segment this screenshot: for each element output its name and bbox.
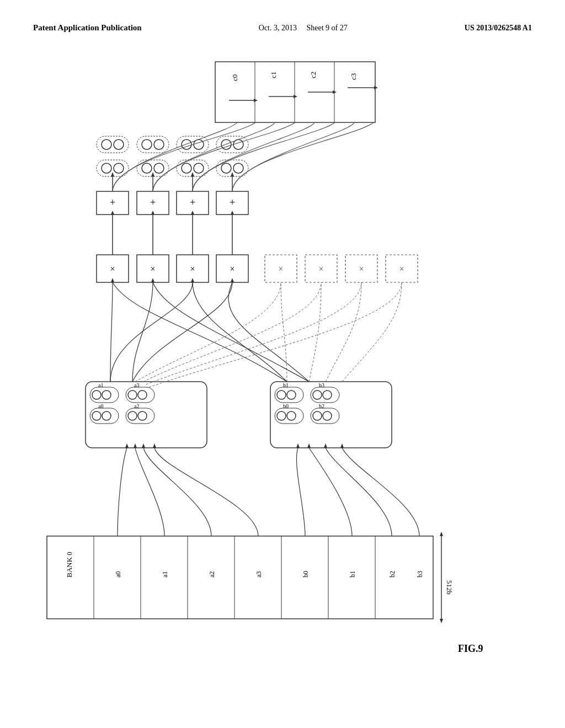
svg-point-38 — [221, 163, 231, 173]
svg-rect-89 — [90, 387, 119, 403]
svg-text:a2: a2 — [208, 571, 216, 577]
svg-point-90 — [92, 390, 101, 399]
svg-point-30 — [114, 163, 124, 173]
svg-text:a0: a0 — [114, 571, 122, 577]
svg-marker-75 — [151, 211, 154, 215]
svg-rect-85 — [126, 408, 154, 424]
svg-point-35 — [182, 163, 191, 173]
svg-marker-47 — [231, 172, 234, 176]
svg-text:b1: b1 — [349, 571, 356, 577]
svg-text:×: × — [318, 264, 323, 274]
svg-rect-0 — [215, 62, 375, 122]
svg-marker-146 — [231, 278, 234, 282]
svg-text:×: × — [190, 264, 195, 274]
diagram-area: c0 c1 c2 c3 — [0, 51, 565, 685]
svg-point-86 — [128, 411, 137, 420]
svg-marker-15 — [374, 86, 378, 89]
svg-marker-138 — [153, 443, 156, 448]
svg-text:a2: a2 — [134, 403, 139, 409]
svg-text:b2: b2 — [319, 403, 324, 409]
svg-text:a3: a3 — [255, 571, 263, 577]
svg-marker-137 — [142, 443, 145, 448]
svg-text:×: × — [359, 264, 364, 274]
svg-point-94 — [128, 390, 137, 399]
svg-point-36 — [194, 163, 204, 173]
svg-marker-145 — [191, 278, 194, 282]
svg-text:b3: b3 — [319, 382, 324, 388]
svg-marker-135 — [125, 443, 129, 448]
publication-date: Oct. 3, 2013 — [259, 24, 297, 32]
svg-text:b0: b0 — [283, 403, 289, 409]
patent-number: US 2013/0262548 A1 — [465, 22, 532, 34]
svg-text:c3: c3 — [349, 73, 358, 80]
svg-point-112 — [323, 390, 332, 399]
svg-marker-132 — [440, 532, 443, 536]
svg-marker-73 — [111, 211, 114, 215]
svg-marker-77 — [191, 211, 194, 215]
svg-point-107 — [277, 390, 286, 399]
svg-point-18 — [114, 140, 124, 149]
svg-rect-81 — [90, 408, 119, 424]
svg-rect-110 — [311, 387, 339, 403]
svg-point-29 — [102, 163, 111, 173]
svg-marker-141 — [324, 443, 327, 448]
svg-point-108 — [287, 390, 296, 399]
svg-marker-41 — [111, 172, 114, 176]
svg-text:b1: b1 — [283, 382, 289, 388]
sheet-number: Sheet 9 of 27 — [307, 24, 348, 32]
svg-point-91 — [102, 390, 111, 399]
svg-rect-106 — [275, 387, 303, 403]
patent-diagram-svg: c0 c1 c2 c3 — [0, 51, 565, 685]
svg-marker-139 — [296, 443, 300, 448]
svg-rect-102 — [311, 408, 339, 424]
svg-text:+: + — [110, 197, 115, 208]
svg-marker-144 — [151, 278, 154, 282]
svg-rect-98 — [275, 408, 303, 424]
svg-marker-142 — [340, 443, 344, 448]
svg-text:a3: a3 — [134, 382, 139, 388]
svg-point-99 — [277, 411, 286, 420]
svg-point-104 — [323, 411, 332, 420]
svg-point-82 — [92, 411, 101, 420]
fig-label: FIG.9 — [458, 643, 483, 654]
svg-marker-136 — [134, 443, 137, 448]
svg-text:+: + — [150, 197, 156, 208]
svg-text:×: × — [278, 264, 283, 274]
svg-text:×: × — [110, 264, 115, 274]
svg-text:b0: b0 — [302, 571, 310, 577]
header-date-sheet: Oct. 3, 2013 Sheet 9 of 27 — [259, 22, 348, 34]
svg-point-95 — [138, 390, 147, 399]
svg-text:b2: b2 — [388, 571, 396, 577]
svg-marker-45 — [191, 172, 194, 176]
svg-text:BANK 0: BANK 0 — [65, 552, 73, 578]
svg-point-33 — [154, 163, 164, 173]
svg-point-103 — [313, 411, 322, 420]
svg-text:c1: c1 — [269, 72, 278, 78]
svg-marker-140 — [307, 443, 311, 448]
svg-marker-9 — [254, 99, 258, 102]
svg-marker-11 — [294, 95, 297, 98]
svg-marker-143 — [111, 278, 114, 282]
svg-text:b3: b3 — [416, 571, 424, 577]
svg-text:a1: a1 — [161, 571, 169, 577]
svg-point-83 — [102, 411, 111, 420]
page-header: Patent Application Publication Oct. 3, 2… — [0, 0, 565, 45]
svg-point-17 — [102, 140, 111, 149]
svg-rect-93 — [126, 387, 154, 403]
svg-text:a1: a1 — [98, 382, 103, 388]
svg-point-20 — [142, 140, 152, 149]
svg-point-111 — [313, 390, 322, 399]
svg-text:a0: a0 — [98, 403, 103, 409]
svg-point-100 — [287, 411, 296, 420]
svg-point-32 — [142, 163, 152, 173]
svg-text:×: × — [230, 264, 234, 274]
svg-text:+: + — [230, 197, 235, 208]
svg-marker-79 — [231, 211, 234, 215]
svg-text:c0: c0 — [231, 74, 239, 81]
publication-title: Patent Application Publication — [33, 22, 142, 34]
svg-text:c2: c2 — [309, 72, 317, 78]
svg-marker-133 — [440, 619, 443, 623]
svg-text:×: × — [399, 264, 404, 274]
svg-point-21 — [154, 140, 164, 149]
svg-text:512b: 512b — [445, 580, 454, 595]
